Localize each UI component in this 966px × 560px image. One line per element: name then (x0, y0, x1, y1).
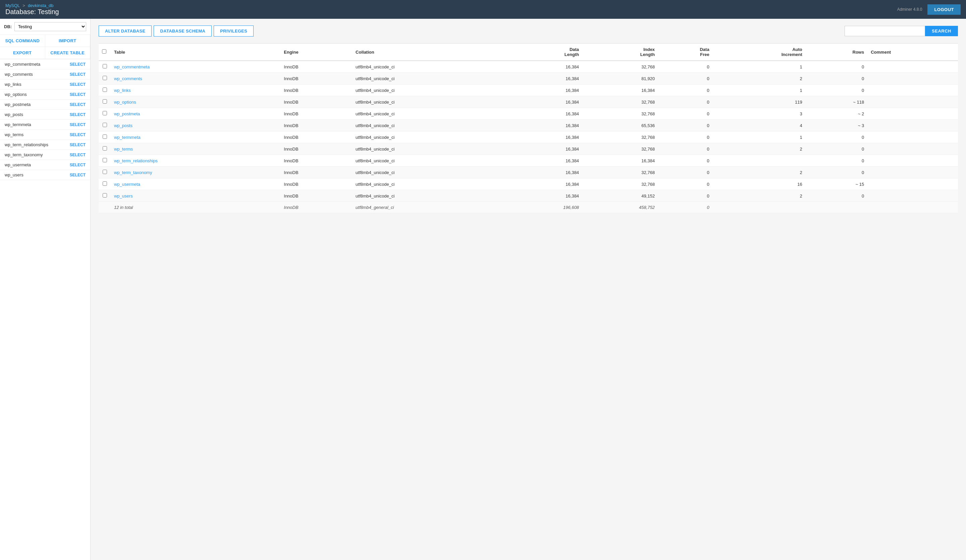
row-comment (867, 61, 958, 73)
row-data-free: 0 (658, 84, 713, 96)
row-collation: utf8mb4_unicode_ci (352, 61, 506, 73)
search-input[interactable] (844, 26, 925, 36)
table-name-link[interactable]: wp_links (114, 88, 131, 93)
col-table: Table (111, 44, 281, 61)
sidebar-table-select[interactable]: SELECT (70, 153, 85, 157)
row-engine: InnoDB (281, 155, 352, 167)
table-name-link[interactable]: wp_users (114, 194, 133, 199)
sidebar-table-select[interactable]: SELECT (70, 72, 85, 77)
row-checkbox[interactable] (103, 99, 107, 103)
search-button[interactable]: SEARCH (925, 26, 958, 36)
sidebar-db-row: DB: Testing (0, 19, 90, 35)
sidebar-table-select[interactable]: SELECT (70, 133, 85, 137)
sidebar-create-table[interactable]: CREATE TABLE (45, 47, 90, 59)
sidebar-table-select[interactable]: SELECT (70, 143, 85, 147)
sidebar-table-select[interactable]: SELECT (70, 112, 85, 117)
breadcrumb: MySQL > devkinsta_db (5, 3, 59, 8)
row-checkbox[interactable] (103, 193, 107, 197)
row-index-length: 32,768 (582, 61, 658, 73)
breadcrumb-db[interactable]: devkinsta_db (28, 3, 54, 8)
sidebar: DB: Testing SQL COMMAND IMPORT EXPORT CR… (0, 19, 90, 560)
table-name-link[interactable]: wp_posts (114, 123, 133, 128)
sidebar-export[interactable]: EXPORT (0, 47, 45, 59)
row-checkbox[interactable] (103, 135, 107, 139)
sidebar-table-select[interactable]: SELECT (70, 62, 85, 67)
content-area: ALTER DATABASE DATABASE SCHEMA PRIVILEGE… (90, 19, 966, 560)
sidebar-table-select[interactable]: SELECT (70, 92, 85, 97)
sidebar-table-name: wp_termmeta (5, 122, 31, 127)
row-checkbox[interactable] (103, 123, 107, 127)
table-name-link[interactable]: wp_terms (114, 146, 133, 151)
row-rows: 0 (806, 190, 867, 202)
top-header: MySQL > devkinsta_db Database: Testing A… (0, 0, 966, 19)
row-checkbox[interactable] (103, 111, 107, 115)
row-table-name: wp_postmeta (111, 108, 281, 120)
db-select[interactable]: Testing (15, 22, 86, 31)
row-comment (867, 167, 958, 178)
total-index-length: 458,752 (582, 202, 658, 213)
row-index-length: 32,768 (582, 143, 658, 155)
main-layout: DB: Testing SQL COMMAND IMPORT EXPORT CR… (0, 19, 966, 560)
row-checkbox[interactable] (103, 76, 107, 80)
row-checkbox[interactable] (103, 146, 107, 151)
table-name-link[interactable]: wp_options (114, 100, 136, 105)
row-data-free: 0 (658, 178, 713, 190)
row-comment (867, 96, 958, 108)
sidebar-sql-command[interactable]: SQL COMMAND (0, 35, 45, 47)
row-checkbox[interactable] (103, 64, 107, 68)
sidebar-table-select[interactable]: SELECT (70, 102, 85, 107)
breadcrumb-mysql[interactable]: MySQL (5, 3, 20, 8)
adminer-version: Adminer 4.8.0 (897, 7, 922, 12)
table-name-link[interactable]: wp_usermeta (114, 182, 140, 187)
privileges-button[interactable]: PRIVILEGES (214, 25, 254, 36)
row-index-length: 32,768 (582, 108, 658, 120)
total-engine: InnoDB (281, 202, 352, 213)
database-schema-button[interactable]: DATABASE SCHEMA (154, 25, 212, 36)
row-auto-increment: 119 (713, 96, 806, 108)
row-table-name: wp_users (111, 190, 281, 202)
sidebar-table-select[interactable]: SELECT (70, 173, 85, 177)
row-collation: utf8mb4_unicode_ci (352, 143, 506, 155)
header-right: Adminer 4.8.0 LOGOUT (897, 4, 961, 15)
sidebar-import[interactable]: IMPORT (45, 35, 90, 47)
table-row: wp_postmeta InnoDB utf8mb4_unicode_ci 16… (99, 108, 958, 120)
row-comment (867, 131, 958, 143)
alter-database-button[interactable]: ALTER DATABASE (99, 25, 152, 36)
row-checkbox-cell (99, 61, 111, 73)
table-name-link[interactable]: wp_postmeta (114, 111, 140, 117)
row-auto-increment: 2 (713, 167, 806, 178)
sidebar-table-select[interactable]: SELECT (70, 82, 85, 87)
total-row: 12 in total InnoDB utf8mb4_general_ci 19… (99, 202, 958, 213)
row-checkbox[interactable] (103, 87, 107, 92)
row-checkbox[interactable] (103, 158, 107, 162)
row-checkbox[interactable] (103, 170, 107, 174)
sidebar-table-select[interactable]: SELECT (70, 163, 85, 168)
sidebar-table-item: wp_usermeta SELECT (0, 160, 90, 170)
table-name-link[interactable]: wp_comments (114, 76, 142, 81)
table-name-link[interactable]: wp_termmeta (114, 135, 141, 140)
row-data-length: 16,384 (506, 131, 582, 143)
action-bar: ALTER DATABASE DATABASE SCHEMA PRIVILEGE… (99, 25, 958, 36)
row-data-length: 16,384 (506, 108, 582, 120)
table-row: wp_term_relationships InnoDB utf8mb4_uni… (99, 155, 958, 167)
sidebar-table-select[interactable]: SELECT (70, 122, 85, 127)
row-rows: ~ 15 (806, 178, 867, 190)
row-auto-increment: 1 (713, 131, 806, 143)
master-checkbox[interactable] (102, 49, 106, 54)
row-rows: 0 (806, 61, 867, 73)
row-engine: InnoDB (281, 84, 352, 96)
table-row: wp_options InnoDB utf8mb4_unicode_ci 16,… (99, 96, 958, 108)
logout-button[interactable]: LOGOUT (927, 4, 961, 15)
table-row: wp_links InnoDB utf8mb4_unicode_ci 16,38… (99, 84, 958, 96)
row-collation: utf8mb4_unicode_ci (352, 155, 506, 167)
table-name-link[interactable]: wp_term_relationships (114, 158, 158, 163)
row-checkbox-cell (99, 131, 111, 143)
table-name-link[interactable]: wp_term_taxonomy (114, 170, 152, 175)
row-comment (867, 190, 958, 202)
row-comment (867, 155, 958, 167)
sidebar-table-item: wp_term_taxonomy SELECT (0, 150, 90, 160)
table-name-link[interactable]: wp_commentmeta (114, 64, 150, 69)
col-checkbox (99, 44, 111, 61)
sidebar-table-item: wp_users SELECT (0, 170, 90, 180)
row-checkbox[interactable] (103, 181, 107, 186)
